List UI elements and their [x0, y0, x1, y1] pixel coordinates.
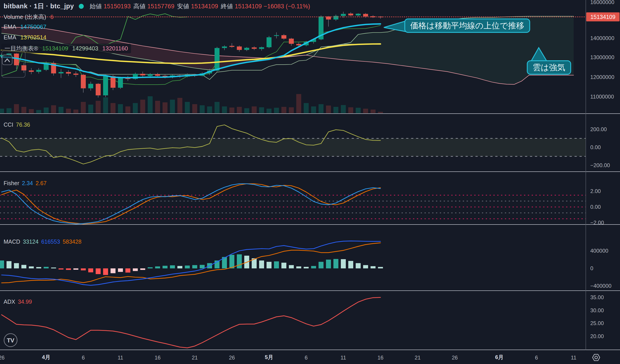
volume-bar [244, 108, 249, 113]
macd-hist-bar [0, 261, 4, 268]
ichimoku-cloud [24, 28, 31, 38]
macd-hist-bar [371, 266, 375, 268]
candle [289, 39, 294, 44]
macd-hist-bar [192, 265, 197, 268]
candle [274, 35, 279, 36]
volume-bar [66, 109, 71, 113]
time-tick: 26 [0, 355, 4, 361]
candle [281, 35, 286, 39]
ichimoku-cloud [135, 44, 143, 59]
time-tick: 6 [305, 355, 308, 361]
time-tick: 6月 [495, 354, 503, 361]
macd-hist-bar [51, 267, 56, 268]
macd-hist-bar [266, 262, 272, 268]
candle [73, 73, 78, 75]
candle [259, 47, 264, 49]
ichimoku-cloud [388, 30, 395, 65]
macd-hist-bar [170, 265, 175, 268]
time-tick: 21 [192, 355, 198, 361]
ichimoku-cloud [195, 54, 202, 69]
volume-bar [177, 98, 182, 113]
candle [363, 14, 368, 16]
candle [88, 84, 93, 88]
volume-bar [155, 101, 160, 113]
volume-bar [319, 104, 324, 113]
macd-hist-bar [237, 254, 242, 268]
macd-hist-bar [259, 261, 264, 268]
volume-bar [118, 104, 123, 113]
volume-bar [229, 108, 234, 113]
price-axis[interactable] [586, 0, 620, 350]
time-tick: 5月 [265, 354, 273, 361]
volume-bar [289, 107, 294, 113]
ichimoku-cloud [180, 52, 187, 67]
macd-hist-bar [281, 263, 286, 268]
annotation-bubble-price-above-ma[interactable]: 価格は移動平均線の上位で推移 [404, 18, 530, 33]
ichimoku-cloud [128, 43, 135, 58]
macd-hist-bar [36, 267, 41, 268]
ichimoku-cloud [113, 41, 121, 55]
macd-hist-bar [118, 268, 123, 272]
time-tick: 11 [118, 355, 123, 361]
macd-hist-bar [29, 266, 34, 268]
time-tick: 26 [452, 355, 458, 361]
ichimoku-cloud [83, 35, 91, 49]
ichimoku-cloud [76, 34, 83, 48]
volume-bar [259, 107, 264, 113]
volume-bar [215, 102, 219, 113]
current-price-badge: 15134109 [586, 12, 620, 21]
chart-app: TV bitbank · 1日 · btc_jpy 始値 15150193 高値… [0, 0, 620, 364]
annotation-bubble-bullish-cloud[interactable]: 雲は強気 [527, 60, 571, 75]
volume-bar [163, 102, 168, 113]
macd-hist-bar [341, 259, 346, 268]
macd-hist-bar [73, 268, 78, 270]
ichimoku-cloud [9, 28, 16, 35]
volume-bar [96, 101, 101, 113]
volume-bar [73, 110, 78, 113]
ichimoku-cloud [150, 47, 158, 61]
volume-bar [341, 105, 346, 113]
volume-bar [0, 109, 4, 113]
ichimoku-cloud [373, 33, 380, 63]
candle [341, 14, 346, 16]
candle [118, 78, 123, 88]
time-tick: 11 [571, 355, 576, 361]
ichimoku-cloud [143, 46, 150, 60]
volume-bar [140, 100, 145, 113]
macd-hist-bar [319, 262, 324, 268]
time-tick: 26 [229, 355, 235, 361]
time-tick: 6 [535, 355, 538, 361]
volume-bar [207, 106, 212, 113]
volume-bar [363, 109, 368, 113]
candle [229, 46, 234, 47]
volume-bar [222, 106, 227, 113]
macd-hist-bar [348, 261, 353, 268]
candle [266, 37, 272, 47]
volume-bar [281, 107, 286, 113]
candle [36, 70, 41, 72]
ichimoku-cloud [39, 28, 46, 40]
candle [66, 72, 71, 73]
macd-hist-bar [185, 265, 190, 268]
macd-hist-bar [296, 266, 301, 268]
candle [148, 74, 153, 76]
chart-canvas[interactable] [0, 0, 620, 364]
ichimoku-cloud [395, 27, 403, 66]
ichimoku-cloud [46, 29, 54, 42]
macd-hist-bar [326, 260, 331, 268]
ichimoku-cloud [202, 54, 210, 70]
time-axis[interactable]: 264月6111621265月6111621266月611 [0, 350, 586, 364]
ichimoku-cloud [68, 33, 76, 46]
volume-bar [304, 103, 309, 113]
ichimoku-cloud [380, 32, 388, 64]
macd-hist-bar [21, 265, 26, 268]
candle [348, 14, 353, 15]
volume-bar [44, 108, 49, 113]
volume-bar [378, 112, 383, 113]
macd-hist-bar [44, 267, 49, 268]
volume-bar [21, 107, 26, 113]
volume-bar [237, 107, 242, 113]
volume-bar [7, 108, 12, 113]
ichimoku-cloud [61, 31, 68, 45]
volume-bar [252, 106, 257, 113]
